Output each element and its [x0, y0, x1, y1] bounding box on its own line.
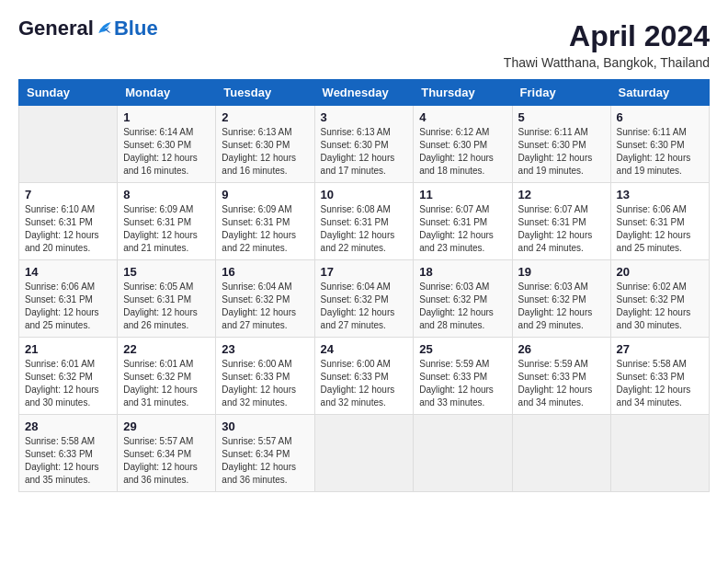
day-info: Sunrise: 6:03 AM Sunset: 6:32 PM Dayligh…	[419, 281, 506, 332]
day-info: Sunrise: 6:01 AM Sunset: 6:32 PM Dayligh…	[25, 358, 111, 409]
calendar-cell: 29Sunrise: 5:57 AM Sunset: 6:34 PM Dayli…	[118, 415, 216, 492]
week-row-3: 14Sunrise: 6:06 AM Sunset: 6:31 PM Dayli…	[19, 260, 710, 338]
calendar-cell: 26Sunrise: 5:59 AM Sunset: 6:33 PM Dayli…	[512, 338, 610, 415]
day-info: Sunrise: 6:08 AM Sunset: 6:31 PM Dayligh…	[321, 203, 408, 255]
week-row-5: 28Sunrise: 5:58 AM Sunset: 6:33 PM Dayli…	[19, 415, 710, 492]
calendar-cell: 23Sunrise: 6:00 AM Sunset: 6:33 PM Dayli…	[216, 338, 314, 415]
calendar-cell	[19, 106, 118, 183]
day-number: 28	[25, 419, 111, 433]
day-info: Sunrise: 6:07 AM Sunset: 6:31 PM Dayligh…	[419, 203, 506, 255]
logo-blue-text: Blue	[114, 18, 158, 39]
day-info: Sunrise: 5:58 AM Sunset: 6:33 PM Dayligh…	[617, 358, 703, 409]
day-info: Sunrise: 5:58 AM Sunset: 6:33 PM Dayligh…	[25, 435, 111, 487]
day-number: 13	[617, 188, 703, 201]
calendar-table: SundayMondayTuesdayWednesdayThursdayFrid…	[18, 79, 710, 492]
day-info: Sunrise: 6:09 AM Sunset: 6:31 PM Dayligh…	[222, 203, 308, 255]
day-info: Sunrise: 5:57 AM Sunset: 6:34 PM Dayligh…	[123, 435, 210, 487]
calendar-cell: 1Sunrise: 6:14 AM Sunset: 6:30 PM Daylig…	[118, 106, 216, 183]
day-number: 18	[419, 265, 506, 279]
calendar-cell: 17Sunrise: 6:04 AM Sunset: 6:32 PM Dayli…	[314, 260, 414, 338]
day-info: Sunrise: 6:07 AM Sunset: 6:31 PM Dayligh…	[518, 203, 605, 255]
day-info: Sunrise: 5:57 AM Sunset: 6:34 PM Dayligh…	[222, 435, 308, 487]
calendar-cell: 2Sunrise: 6:13 AM Sunset: 6:30 PM Daylig…	[216, 106, 314, 183]
calendar-cell: 14Sunrise: 6:06 AM Sunset: 6:31 PM Dayli…	[19, 260, 118, 338]
calendar-cell: 20Sunrise: 6:02 AM Sunset: 6:32 PM Dayli…	[610, 260, 709, 338]
calendar-cell: 3Sunrise: 6:13 AM Sunset: 6:30 PM Daylig…	[314, 106, 414, 183]
calendar-cell: 24Sunrise: 6:00 AM Sunset: 6:33 PM Dayli…	[314, 338, 414, 415]
day-info: Sunrise: 6:14 AM Sunset: 6:30 PM Dayligh…	[123, 126, 210, 178]
day-number: 3	[321, 110, 408, 124]
location-title: Thawi Watthana, Bangkok, Thailand	[504, 55, 710, 70]
day-number: 2	[222, 110, 308, 124]
calendar-cell: 9Sunrise: 6:09 AM Sunset: 6:31 PM Daylig…	[216, 183, 314, 260]
week-row-1: 1Sunrise: 6:14 AM Sunset: 6:30 PM Daylig…	[19, 106, 710, 183]
day-info: Sunrise: 6:03 AM Sunset: 6:32 PM Dayligh…	[518, 281, 605, 332]
day-info: Sunrise: 6:00 AM Sunset: 6:33 PM Dayligh…	[222, 358, 308, 409]
day-number: 10	[321, 188, 408, 201]
calendar-cell: 27Sunrise: 5:58 AM Sunset: 6:33 PM Dayli…	[610, 338, 709, 415]
day-number: 23	[222, 342, 308, 356]
day-number: 27	[617, 342, 703, 356]
calendar-cell: 25Sunrise: 5:59 AM Sunset: 6:33 PM Dayli…	[414, 338, 512, 415]
day-number: 20	[617, 265, 703, 279]
day-info: Sunrise: 6:13 AM Sunset: 6:30 PM Dayligh…	[321, 126, 408, 178]
column-header-thursday: Thursday	[414, 80, 512, 106]
calendar-cell: 28Sunrise: 5:58 AM Sunset: 6:33 PM Dayli…	[19, 415, 118, 492]
week-row-2: 7Sunrise: 6:10 AM Sunset: 6:31 PM Daylig…	[19, 183, 710, 260]
day-number: 21	[25, 342, 111, 356]
calendar-cell: 8Sunrise: 6:09 AM Sunset: 6:31 PM Daylig…	[118, 183, 216, 260]
calendar-cell: 12Sunrise: 6:07 AM Sunset: 6:31 PM Dayli…	[512, 183, 610, 260]
day-number: 30	[222, 419, 308, 433]
calendar-cell: 10Sunrise: 6:08 AM Sunset: 6:31 PM Dayli…	[314, 183, 414, 260]
calendar-cell: 15Sunrise: 6:05 AM Sunset: 6:31 PM Dayli…	[118, 260, 216, 338]
calendar-cell: 13Sunrise: 6:06 AM Sunset: 6:31 PM Dayli…	[610, 183, 709, 260]
day-number: 9	[222, 188, 308, 201]
calendar-cell: 6Sunrise: 6:11 AM Sunset: 6:30 PM Daylig…	[610, 106, 709, 183]
day-info: Sunrise: 6:01 AM Sunset: 6:32 PM Dayligh…	[123, 358, 210, 409]
day-number: 26	[518, 342, 605, 356]
calendar-cell	[610, 415, 709, 492]
day-number: 16	[222, 265, 308, 279]
calendar-cell: 11Sunrise: 6:07 AM Sunset: 6:31 PM Dayli…	[414, 183, 512, 260]
day-number: 25	[419, 342, 506, 356]
day-info: Sunrise: 6:11 AM Sunset: 6:30 PM Dayligh…	[518, 126, 605, 178]
header: General Blue April 2024 Thawi Watthana, …	[18, 18, 710, 70]
calendar-cell: 16Sunrise: 6:04 AM Sunset: 6:32 PM Dayli…	[216, 260, 314, 338]
day-number: 14	[25, 265, 111, 279]
column-header-wednesday: Wednesday	[314, 80, 414, 106]
day-info: Sunrise: 6:02 AM Sunset: 6:32 PM Dayligh…	[617, 281, 703, 332]
day-number: 29	[123, 419, 210, 433]
day-info: Sunrise: 6:04 AM Sunset: 6:32 PM Dayligh…	[321, 281, 408, 332]
day-number: 8	[123, 188, 210, 201]
calendar-cell	[414, 415, 512, 492]
calendar-cell: 22Sunrise: 6:01 AM Sunset: 6:32 PM Dayli…	[118, 338, 216, 415]
calendar-cell: 19Sunrise: 6:03 AM Sunset: 6:32 PM Dayli…	[512, 260, 610, 338]
calendar-cell	[314, 415, 414, 492]
day-number: 15	[123, 265, 210, 279]
week-row-4: 21Sunrise: 6:01 AM Sunset: 6:32 PM Dayli…	[19, 338, 710, 415]
day-number: 11	[419, 188, 506, 201]
day-info: Sunrise: 5:59 AM Sunset: 6:33 PM Dayligh…	[419, 358, 506, 409]
column-header-friday: Friday	[512, 80, 610, 106]
day-info: Sunrise: 6:10 AM Sunset: 6:31 PM Dayligh…	[25, 203, 111, 255]
day-number: 19	[518, 265, 605, 279]
title-section: April 2024 Thawi Watthana, Bangkok, Thai…	[504, 18, 710, 70]
day-number: 5	[518, 110, 605, 124]
day-number: 17	[321, 265, 408, 279]
calendar-cell: 30Sunrise: 5:57 AM Sunset: 6:34 PM Dayli…	[216, 415, 314, 492]
day-number: 24	[321, 342, 408, 356]
calendar-header-row: SundayMondayTuesdayWednesdayThursdayFrid…	[19, 80, 710, 106]
column-header-sunday: Sunday	[19, 80, 118, 106]
day-number: 22	[123, 342, 210, 356]
day-info: Sunrise: 6:09 AM Sunset: 6:31 PM Dayligh…	[123, 203, 210, 255]
logo: General Blue	[18, 18, 158, 39]
day-info: Sunrise: 6:06 AM Sunset: 6:31 PM Dayligh…	[25, 281, 111, 332]
column-header-monday: Monday	[118, 80, 216, 106]
day-number: 7	[25, 188, 111, 201]
day-number: 12	[518, 188, 605, 201]
day-info: Sunrise: 6:11 AM Sunset: 6:30 PM Dayligh…	[617, 126, 703, 178]
column-header-tuesday: Tuesday	[216, 80, 314, 106]
calendar-cell	[512, 415, 610, 492]
logo-general-text: General	[18, 18, 94, 39]
day-number: 4	[419, 110, 506, 124]
